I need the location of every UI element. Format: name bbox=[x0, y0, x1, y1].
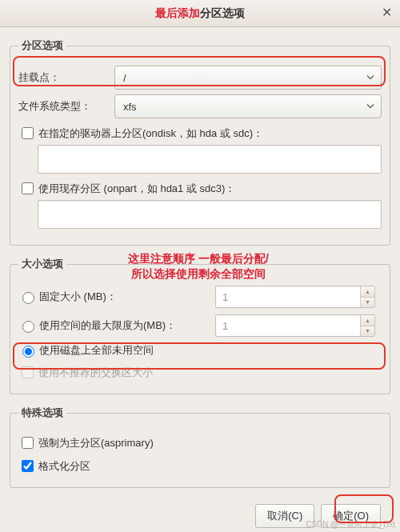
fixed-size-input[interactable]: 1 ▲▼ bbox=[215, 286, 375, 308]
asprimary-row: 强制为主分区(asprimary) bbox=[18, 434, 382, 451]
ondisk-input-wrap bbox=[38, 145, 382, 174]
ondisk-input[interactable] bbox=[38, 145, 382, 174]
onpart-checkbox[interactable] bbox=[22, 182, 34, 194]
stepper-icon[interactable]: ▲▼ bbox=[360, 286, 374, 307]
partition-legend: 分区选项 bbox=[18, 38, 66, 53]
size-legend: 大小选项 bbox=[18, 257, 66, 271]
ondisk-row: 在指定的驱动器上分区(ondisk，如 hda 或 sdc)： bbox=[18, 125, 382, 142]
partition-options-group: 分区选项 挂载点： / 文件系统类型： xfs 在指定的驱动器上分区(ondis… bbox=[10, 38, 390, 246]
max-size-value: 1 bbox=[222, 320, 228, 332]
extra-legend: 特殊选项 bbox=[18, 406, 66, 420]
fixed-size-label: 固定大小 (MB)： bbox=[39, 290, 215, 304]
max-size-radio[interactable] bbox=[22, 321, 34, 333]
filesystem-label: 文件系统类型： bbox=[18, 99, 114, 114]
max-size-row: 使用空间的最大限度为(MB)： 1 ▲▼ bbox=[18, 314, 382, 337]
filesystem-value: xfs bbox=[123, 101, 137, 113]
mount-point-dropdown[interactable]: / bbox=[114, 66, 382, 90]
ondisk-label: 在指定的驱动器上分区(ondisk，如 hda 或 sdc)： bbox=[38, 126, 263, 141]
filesystem-row: 文件系统类型： xfs bbox=[18, 94, 382, 118]
mount-point-value: / bbox=[123, 72, 126, 84]
format-checkbox[interactable] bbox=[22, 460, 34, 472]
extra-options-group: 特殊选项 强制为主分区(asprimary) 格式化分区 bbox=[10, 406, 390, 488]
fixed-size-value: 1 bbox=[222, 291, 228, 303]
watermark: CSDN @一直向上走_Dxt bbox=[306, 519, 395, 530]
max-size-input[interactable]: 1 ▲▼ bbox=[215, 314, 375, 337]
asprimary-label: 强制为主分区(asprimary) bbox=[38, 436, 154, 450]
filesystem-dropdown[interactable]: xfs bbox=[114, 94, 382, 118]
ondisk-checkbox[interactable] bbox=[22, 127, 34, 139]
stepper-icon[interactable]: ▲▼ bbox=[360, 315, 374, 336]
chevron-down-icon bbox=[366, 101, 374, 113]
format-row: 格式化分区 bbox=[18, 458, 382, 474]
size-options-group: 大小选项 固定大小 (MB)： 1 ▲▼ 使用空间的最大限度为(MB)： 1 ▲… bbox=[10, 257, 390, 394]
swap-row: 使用不推荐的交换区大小 bbox=[18, 364, 382, 381]
window-title: 最后添加分区选项 bbox=[155, 6, 245, 21]
chevron-down-icon bbox=[366, 72, 374, 84]
format-label: 格式化分区 bbox=[38, 459, 90, 474]
title-rest: 分区选项 bbox=[200, 6, 245, 19]
dialog-content: 分区选项 挂载点： / 文件系统类型： xfs 在指定的驱动器上分区(ondis… bbox=[0, 27, 400, 532]
title-prefix: 最后添加 bbox=[155, 6, 200, 19]
fixed-size-radio[interactable] bbox=[22, 292, 34, 304]
swap-checkbox bbox=[22, 366, 34, 378]
onpart-row: 使用现存分区 (onpart，如 hda1 或 sdc3)： bbox=[18, 180, 382, 197]
swap-label: 使用不推荐的交换区大小 bbox=[38, 366, 153, 380]
asprimary-checkbox[interactable] bbox=[22, 437, 34, 449]
fill-space-radio[interactable] bbox=[22, 346, 34, 358]
fill-space-label: 使用磁盘上全部未用空间 bbox=[39, 343, 154, 358]
close-icon[interactable]: ✕ bbox=[382, 5, 392, 20]
titlebar: 最后添加分区选项 ✕ bbox=[0, 0, 400, 27]
fixed-size-row: 固定大小 (MB)： 1 ▲▼ bbox=[18, 286, 382, 308]
fill-space-row: 使用磁盘上全部未用空间 bbox=[18, 343, 382, 358]
max-size-label: 使用空间的最大限度为(MB)： bbox=[39, 318, 215, 333]
onpart-label: 使用现存分区 (onpart，如 hda1 或 sdc3)： bbox=[38, 182, 235, 196]
onpart-input[interactable] bbox=[38, 200, 382, 229]
onpart-input-wrap bbox=[38, 200, 382, 229]
mount-point-label: 挂载点： bbox=[18, 70, 114, 85]
mount-point-row: 挂载点： / bbox=[18, 66, 382, 90]
